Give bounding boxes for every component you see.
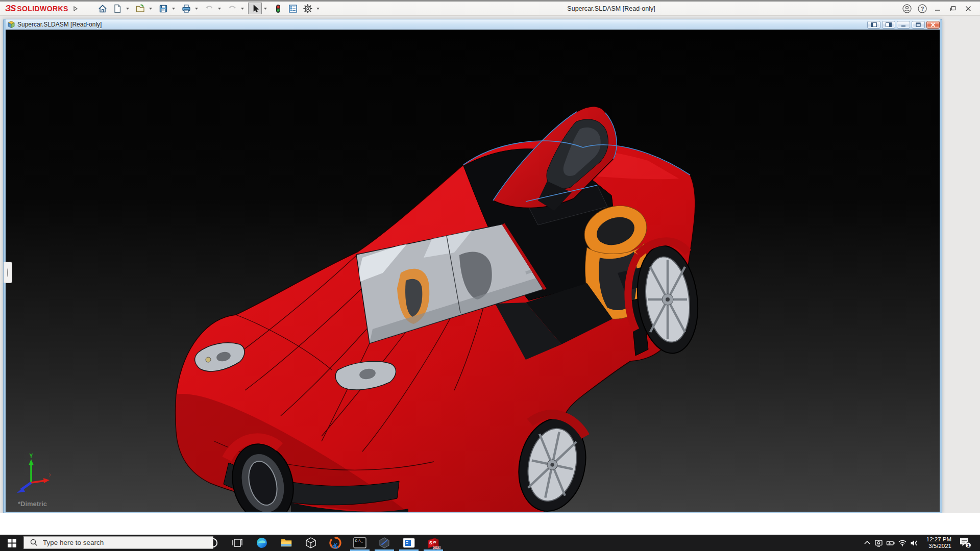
taskbar-search[interactable] [23,536,213,549]
new-document-icon [112,4,122,14]
options-dropdown[interactable] [315,3,321,14]
start-button[interactable] [0,535,23,551]
ds-logo-icon: ЗS [5,4,15,14]
open-button[interactable] [133,3,147,14]
chevron-down-icon [316,8,320,10]
options-button[interactable] [301,3,314,14]
print-dropdown[interactable] [193,3,200,14]
new-document-dropdown[interactable] [125,3,131,14]
print-button[interactable] [179,3,193,14]
solidworks-logo: ЗS SOLIDWORKS [5,4,81,14]
file-explorer-icon [280,537,292,549]
selection-lights-button[interactable] [271,3,285,14]
task-view-icon [232,537,243,548]
command-prompt-icon: C:\_ [353,537,366,548]
solidworks-2021-button[interactable]: SW2021 [422,535,445,551]
pane-right-button[interactable] [882,21,895,29]
home-icon [97,4,108,14]
supercar-model[interactable] [168,105,699,512]
undo-dropdown[interactable] [216,3,223,14]
battery-icon [886,539,895,547]
edge-button[interactable] [251,535,273,551]
help-button[interactable]: ? [915,3,930,14]
clock-date: 3/5/2021 [916,543,951,549]
minimize-icon [901,22,906,27]
battery-tray-button[interactable] [885,535,896,551]
cortana-icon [207,537,218,548]
close-button[interactable] [961,3,976,14]
pane-right-icon [886,22,892,27]
quick-access-toolbar [95,3,323,14]
gear-icon [303,4,313,14]
cmd-label: C:\_ [355,539,363,543]
assembly-icon [7,20,15,29]
hidden-icons-button[interactable] [861,535,873,551]
redo-dropdown[interactable] [239,3,246,14]
app-window-controls: ? [899,3,976,14]
edge-icon [256,537,268,549]
search-input[interactable] [42,538,213,547]
media-app-button[interactable] [398,535,420,551]
system-tray [861,535,920,551]
traffic-light-icon [273,4,283,14]
document-caption-bar[interactable]: Supercar.SLDASM [Read-only] [6,19,940,30]
app-title: Supercar.SLDASM [Read-only] [323,5,899,12]
document-window-controls [866,21,940,29]
new-document-button[interactable] [110,3,124,14]
solidworks-screen: ЗS SOLIDWORKS [0,0,980,551]
chevron-down-icon [172,8,175,10]
hexagon-app-icon [378,537,390,549]
action-center-button[interactable]: 1 [954,535,976,551]
save-button[interactable] [156,3,170,14]
snip-sketch-button[interactable] [324,535,347,551]
select-tool-button[interactable] [248,3,262,14]
display-icon [874,539,883,547]
network-tray-button[interactable] [896,535,908,551]
menu-expand-icon[interactable] [74,6,78,11]
doc-close-button[interactable] [926,21,940,29]
solidworks-2021-icon: SW2021 [426,536,440,550]
svg-text:?: ? [921,6,924,12]
evaluate-list-button[interactable] [286,3,300,14]
hexagon-app-button[interactable] [373,535,396,551]
display-tray-button[interactable] [873,535,885,551]
save-dropdown[interactable] [170,3,177,14]
3d-viewer-button[interactable] [300,535,322,551]
media-app-icon [403,538,415,548]
document-window: Supercar.SLDASM [Read-only] [3,19,942,513]
select-cursor-icon [250,4,260,14]
chevron-down-icon [195,8,198,10]
triad-y-label: Y [29,453,33,459]
account-button[interactable] [899,3,915,14]
account-icon [902,4,912,14]
chevron-down-icon [149,8,152,10]
doc-minimize-button[interactable] [897,21,910,29]
chevron-down-icon [264,8,267,10]
snip-sketch-icon [329,537,341,549]
command-prompt-button[interactable]: C:\_ [349,535,371,551]
taskbar-clock[interactable]: 12:27 PM 3/5/2021 [916,536,951,549]
featuremanager-collapse-tab[interactable] [4,262,12,283]
restore-button[interactable] [945,3,961,14]
file-explorer-button[interactable] [275,535,298,551]
print-icon [181,4,191,14]
windows-taskbar: C:\_ SW2021 [0,535,980,551]
doc-restore-button[interactable] [912,21,925,29]
app-titlebar: ЗS SOLIDWORKS [0,0,980,16]
redo-button[interactable] [225,3,239,14]
orientation-triad[interactable]: Y x [14,453,51,494]
wifi-icon [898,539,907,547]
triad-x-label: x [49,472,51,478]
task-view-button[interactable] [226,535,249,551]
svg-text:W: W [433,540,436,544]
close-icon [930,22,936,27]
minimize-button[interactable] [930,3,945,14]
graphics-viewport[interactable]: Y x *Dimetric [6,30,940,512]
open-dropdown[interactable] [148,3,154,14]
home-button[interactable] [95,3,109,14]
cortana-button[interactable] [202,535,224,551]
select-tool-dropdown[interactable] [262,3,268,14]
undo-button[interactable] [202,3,216,14]
3d-viewer-icon [305,537,317,549]
pane-left-button[interactable] [867,21,880,29]
